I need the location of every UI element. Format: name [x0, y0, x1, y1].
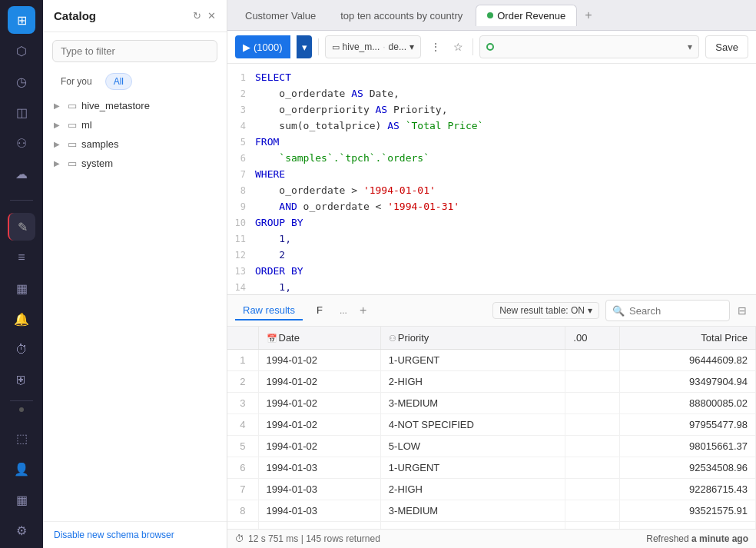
code-line-7: 7 WHERE — [227, 167, 756, 183]
new-result-dropdown-icon: ▾ — [588, 305, 592, 316]
run-dropdown-button[interactable]: ▾ — [297, 35, 312, 58]
cell-total: 92534508.96 — [620, 457, 756, 479]
play-icon: ▶ — [243, 42, 250, 53]
tab-customer-value[interactable]: Customer Value — [234, 5, 327, 26]
col-header-total-price: Total Price — [620, 327, 756, 350]
new-result-label: New result table: ON — [499, 305, 585, 316]
toolbar-separator-2 — [472, 38, 473, 55]
list-icon[interactable]: ≡ — [8, 244, 35, 271]
history-icon[interactable]: ⏱ — [8, 336, 35, 364]
status-dot — [19, 407, 24, 412]
results-tbody: 1 1994-01-02 1-URGENT 96444609.82 2 1994… — [227, 350, 756, 530]
chevron-right-icon: ▶ — [54, 121, 63, 129]
table-row: 5 1994-01-02 5-LOW 98015661.37 — [227, 436, 756, 457]
refresh-icon[interactable]: ↻ — [193, 10, 201, 22]
results-table-wrapper: 📅Date ⚇Priority .00 Total Price 1 1994-0… — [227, 327, 756, 529]
people-icon[interactable]: ⚇ — [8, 129, 35, 157]
table2-icon[interactable]: ▦ — [8, 486, 35, 513]
db-icon: ▭ — [68, 158, 77, 169]
tab-top-ten[interactable]: top ten accounts by country — [329, 5, 474, 26]
table-row: 4 1994-01-02 4-NOT SPECIFIED 97955477.98 — [227, 414, 756, 436]
cell-priority: 3-MEDIUM — [380, 393, 565, 414]
table-header-row: 📅Date ⚇Priority .00 Total Price — [227, 327, 756, 350]
cell-row-num: 9 — [227, 522, 258, 530]
run-button[interactable]: ▶ (1000) — [235, 35, 290, 58]
sidebar-tabs: For you All — [43, 70, 227, 96]
catalog-picker[interactable]: ▭ hive_m... · de... ▾ — [325, 35, 421, 58]
results-toolbar: Raw results F ... + New result table: ON… — [227, 295, 756, 327]
cell-date: 1994-01-02 — [258, 371, 380, 393]
star-icon[interactable]: ☆ — [450, 38, 466, 56]
cell-date: 1994-01-03 — [258, 522, 380, 530]
code-line-1: 1 SELECT — [227, 70, 756, 86]
new-result-table-toggle[interactable]: New result table: ON ▾ — [492, 302, 599, 319]
cell-total: 98015661.37 — [620, 436, 756, 457]
search-icon: 🔍 — [612, 305, 625, 317]
cell-priority: 1-URGENT — [380, 350, 565, 371]
status-input[interactable]: ▾ — [479, 35, 699, 58]
tab-for-you[interactable]: For you — [52, 73, 101, 90]
tab-order-revenue[interactable]: Order Revenue — [476, 5, 577, 26]
gear-icon[interactable]: ⚙ — [8, 516, 35, 544]
tree-item-ml[interactable]: ▶ ▭ ml — [43, 115, 227, 135]
box-icon[interactable]: ⬚ — [8, 424, 35, 452]
cell-row-num: 8 — [227, 500, 258, 522]
catalog-search-input[interactable] — [52, 40, 217, 62]
tree-item-samples[interactable]: ▶ ▭ samples — [43, 135, 227, 154]
footer-refresh: Refreshed a minute ago — [646, 533, 748, 544]
col-header-priority: ⚇Priority — [380, 327, 565, 350]
catalog-sep: · — [383, 42, 385, 52]
sidebar-footer-link[interactable]: Disable new schema browser — [43, 521, 227, 548]
run-count: (1000) — [254, 42, 283, 53]
results-search-box[interactable]: 🔍 — [605, 300, 730, 321]
code-line-11: 11 1, — [227, 231, 756, 247]
tree-item-system[interactable]: ▶ ▭ system — [43, 154, 227, 173]
close-icon[interactable]: ✕ — [207, 10, 216, 22]
table-row: 7 1994-01-03 2-HIGH 92286715.43 — [227, 479, 756, 500]
layers-icon[interactable]: ◫ — [8, 98, 35, 126]
code-line-2: 2 o_orderdate AS Date, — [227, 86, 756, 102]
results-footer: ⏱ 12 s 751 ms | 145 rows returned Refres… — [227, 529, 756, 548]
tab-f[interactable]: F — [309, 301, 330, 320]
cell-date: 1994-01-02 — [258, 414, 380, 436]
tree-label-hive: hive_metastore — [81, 100, 150, 111]
col-header-date: 📅Date — [258, 327, 380, 350]
code-line-5: 5 FROM — [227, 135, 756, 151]
db-dropdown-arrow: ▾ — [410, 42, 414, 52]
graph-icon[interactable]: ⬡ — [8, 37, 35, 65]
home-icon[interactable]: ⊞ — [8, 6, 35, 34]
tab-raw-results[interactable]: Raw results — [235, 301, 303, 320]
table-row: 8 1994-01-03 3-MEDIUM 93521575.91 — [227, 500, 756, 522]
cell-date: 1994-01-02 — [258, 350, 380, 371]
code-editor[interactable]: 1 SELECT 2 o_orderdate AS Date, 3 o_orde… — [227, 64, 756, 294]
table-row: 1 1994-01-02 1-URGENT 96444609.82 — [227, 350, 756, 371]
cell-row-num: 6 — [227, 457, 258, 479]
cell-row-num: 1 — [227, 350, 258, 371]
db-icon: ▭ — [68, 138, 77, 150]
results-search-input[interactable] — [629, 305, 723, 317]
add-result-tab-button[interactable]: + — [356, 301, 370, 320]
main-area: Customer Value top ten accounts by count… — [227, 0, 756, 548]
tree-item-hive[interactable]: ▶ ▭ hive_metastore — [43, 96, 227, 115]
cell-priority: 4-NOT SPECIFIED — [380, 414, 565, 436]
cell-total: 96444609.82 — [620, 350, 756, 371]
add-tab-button[interactable]: + — [579, 5, 598, 25]
cloud-icon[interactable]: ☁ — [8, 160, 35, 188]
cell-priority: 5-LOW — [380, 436, 565, 457]
cell-priority: 2-HIGH — [380, 371, 565, 393]
code-line-8: 8 o_orderdate > '1994-01-01' — [227, 183, 756, 199]
clock-icon[interactable]: ◷ — [8, 68, 35, 95]
more-options-icon[interactable]: ⋮ — [427, 38, 444, 56]
query-area: ▶ (1000) ▾ ▭ hive_m... · de... ▾ ⋮ ☆ ▾ — [227, 31, 756, 548]
person-icon[interactable]: 👤 — [8, 455, 35, 483]
shield-icon[interactable]: ⛨ — [8, 367, 35, 394]
bell-icon[interactable]: 🔔 — [8, 305, 35, 333]
layout-toggle-icon[interactable]: ⊟ — [736, 303, 748, 318]
edit-icon[interactable]: ✎ — [8, 213, 35, 241]
tab-all[interactable]: All — [105, 73, 132, 90]
cell-priority: 2-HIGH — [380, 479, 565, 500]
code-line-12: 12 2 — [227, 247, 756, 264]
grid-icon[interactable]: ▦ — [8, 274, 35, 302]
save-button[interactable]: Save — [705, 35, 748, 58]
more-tabs-icon[interactable]: ... — [337, 302, 350, 319]
